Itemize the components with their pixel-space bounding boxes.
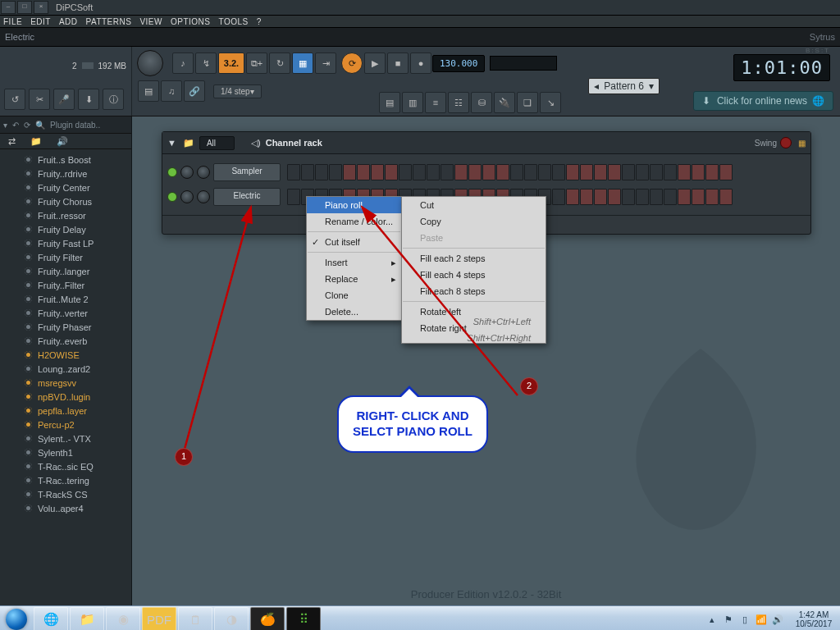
grid-icon[interactable]: ▦	[798, 139, 806, 148]
step-cell[interactable]	[608, 164, 621, 180]
browser-item[interactable]: Fruity..langer	[0, 264, 131, 278]
browser-item[interactable]: npBVD..lugin	[0, 390, 131, 404]
step-cell[interactable]	[538, 164, 551, 180]
main-volume-knob[interactable]	[137, 50, 163, 76]
taskbar-app-ie[interactable]: 🌐	[34, 607, 68, 630]
menu-file[interactable]: FILE	[3, 17, 22, 26]
back-icon[interactable]: ↶	[12, 121, 19, 130]
tray-network-icon[interactable]: 📶	[755, 613, 768, 626]
step-cell[interactable]	[441, 164, 454, 180]
context-menu-item[interactable]: Insert	[307, 254, 401, 271]
context-menu-item[interactable]: Fill each 4 steps	[402, 267, 546, 283]
step-cell[interactable]	[524, 164, 537, 180]
tray-clock[interactable]: 1:42 AM 10/5/2017	[789, 610, 838, 628]
step-cell[interactable]	[357, 164, 370, 180]
channel-rack-button[interactable]: ≡	[425, 92, 446, 113]
switch-button[interactable]: ⇥	[315, 52, 336, 74]
step-cell[interactable]	[482, 164, 495, 180]
step-cell[interactable]	[552, 164, 565, 180]
wait-button[interactable]: ↯	[195, 52, 217, 74]
channel-button[interactable]: Electric	[213, 188, 281, 206]
step-cell[interactable]	[678, 189, 691, 205]
step-cell[interactable]	[636, 189, 649, 205]
rack-menu-button[interactable]: ▼	[167, 138, 176, 148]
tray-up-icon[interactable]: ▴	[705, 613, 719, 626]
swing-knob[interactable]	[780, 137, 792, 148]
clock-value[interactable]: 1:01:00	[733, 54, 830, 81]
step-cell[interactable]	[496, 164, 509, 180]
maximize-button[interactable]: □	[17, 1, 32, 14]
countdown-button[interactable]: 3.2.	[218, 52, 244, 74]
taskbar-app-chrome[interactable]: ◉	[106, 607, 140, 630]
menu-edit[interactable]: EDIT	[30, 17, 51, 26]
taskbar-app-pdf[interactable]: PDF	[142, 607, 176, 630]
step-cell[interactable]	[580, 189, 593, 205]
channel-context-submenu[interactable]: CutCopyPasteFill each 2 stepsFill each 4…	[401, 196, 546, 344]
sync-button[interactable]: ⟳	[341, 52, 363, 74]
menu-help[interactable]: ?	[257, 17, 262, 26]
mic-button[interactable]: 🎤	[53, 89, 75, 110]
refresh-icon[interactable]: ⟳	[24, 121, 30, 130]
mixer-button[interactable]: ☷	[448, 92, 469, 113]
step-cell[interactable]	[678, 164, 691, 180]
step-edit-button[interactable]: ▦	[292, 52, 313, 74]
step-cell[interactable]	[705, 164, 719, 180]
context-menu-item[interactable]: Rename / color...	[307, 213, 401, 230]
tempo-tap-button[interactable]: ❏	[517, 92, 538, 113]
browser-item[interactable]: T-RackS CS	[0, 487, 131, 501]
browser-item[interactable]: pepfla..layer	[0, 404, 131, 418]
context-menu-item[interactable]: Clone	[307, 287, 401, 304]
taskbar-app-green[interactable]: ⠿	[286, 607, 321, 630]
tray-volume-icon[interactable]: 🔊	[771, 613, 784, 626]
start-button[interactable]	[0, 606, 33, 630]
channel-vol-knob[interactable]	[197, 166, 210, 179]
browser-item[interactable]: Fruity Chorus	[0, 194, 131, 208]
browser-item[interactable]: Fruit..ressor	[0, 208, 131, 222]
browser-item[interactable]: Volu..aper4	[0, 501, 131, 515]
browser-item[interactable]: Fruity..rdrive	[0, 167, 131, 180]
speaker-icon[interactable]: 🔊	[57, 136, 68, 147]
step-cell[interactable]	[287, 189, 300, 205]
step-cell[interactable]	[399, 164, 412, 180]
browser-button[interactable]: ⛁	[471, 92, 492, 113]
step-cell[interactable]	[552, 189, 565, 205]
step-cell[interactable]	[315, 164, 328, 180]
step-cell[interactable]	[636, 164, 649, 180]
sound-icon[interactable]: ◁)	[251, 138, 261, 148]
browser-item[interactable]: Fruity Phaser	[0, 320, 131, 334]
browser-item[interactable]: Fruity..Filter	[0, 278, 131, 292]
taskbar-app-explorer[interactable]: 📁	[70, 607, 104, 630]
channel-vol-knob[interactable]	[197, 190, 210, 203]
metronome-button[interactable]: ♪	[172, 52, 194, 74]
pattern-selector[interactable]: ◂ Pattern 6 ▾	[588, 78, 660, 94]
browser-item[interactable]: Fruity Delay	[0, 222, 131, 236]
step-cell[interactable]	[427, 164, 440, 180]
step-cell[interactable]	[705, 189, 719, 205]
browser-item[interactable]: Fruity Center	[0, 180, 131, 194]
browser-item[interactable]: Fruity..everb	[0, 334, 131, 348]
step-cell[interactable]	[664, 164, 677, 180]
step-cell[interactable]	[650, 189, 663, 205]
step-cell[interactable]	[301, 164, 314, 180]
render-button[interactable]: ⬇	[78, 89, 99, 110]
info-button[interactable]: ⓘ	[103, 89, 124, 110]
step-cell[interactable]	[329, 164, 342, 180]
browser-item[interactable]: Fruity Fast LP	[0, 236, 131, 250]
midi-button[interactable]: ♫	[161, 80, 182, 102]
browser-item[interactable]: T-Rac..sic EQ	[0, 459, 131, 473]
browser-item[interactable]: H2OWISE	[0, 348, 131, 362]
step-cell[interactable]	[413, 164, 426, 180]
step-cell[interactable]	[594, 164, 607, 180]
context-menu-item[interactable]: Rotate leftShift+Ctrl+Left	[402, 304, 546, 320]
step-cell[interactable]	[608, 189, 621, 205]
step-cell[interactable]	[692, 189, 705, 205]
menu-options[interactable]: OPTIONS	[171, 17, 211, 26]
menu-add[interactable]: ADD	[59, 17, 78, 26]
menu-patterns[interactable]: PATTERNS	[86, 17, 132, 26]
step-cell[interactable]	[622, 189, 635, 205]
tempo-display[interactable]: 130.000	[432, 55, 485, 72]
context-menu-item[interactable]: Fill each 8 steps	[402, 283, 546, 299]
step-cell[interactable]	[650, 164, 663, 180]
song-position[interactable]: B:S:T 1:01:00	[733, 47, 830, 81]
play-button[interactable]: ▶	[364, 52, 386, 74]
